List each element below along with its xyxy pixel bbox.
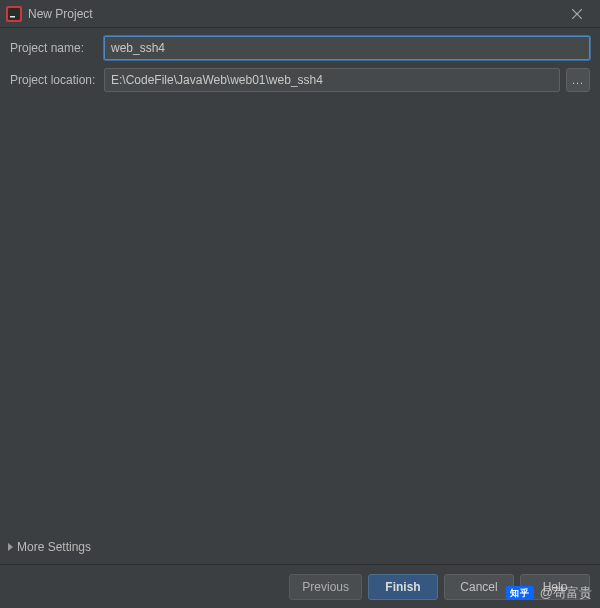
project-name-label: Project name: — [10, 41, 104, 55]
close-icon — [572, 9, 582, 19]
more-settings-label: More Settings — [17, 540, 91, 554]
finish-button[interactable]: Finish — [368, 574, 438, 600]
project-location-row: Project location: ... — [10, 68, 590, 92]
project-name-row: Project name: — [10, 36, 590, 60]
window-close-button[interactable] — [558, 0, 596, 28]
browse-location-button[interactable]: ... — [566, 68, 590, 92]
more-settings-toggle[interactable]: More Settings — [0, 534, 600, 564]
help-button[interactable]: Help — [520, 574, 590, 600]
cancel-button[interactable]: Cancel — [444, 574, 514, 600]
form-area: Project name: Project location: ... — [0, 28, 600, 100]
previous-button[interactable]: Previous — [289, 574, 362, 600]
project-location-label: Project location: — [10, 73, 104, 87]
project-location-input[interactable] — [104, 68, 560, 92]
titlebar: New Project — [0, 0, 600, 28]
project-name-input[interactable] — [104, 36, 590, 60]
app-icon — [6, 6, 22, 22]
content-spacer — [0, 100, 600, 534]
ellipsis-icon: ... — [572, 74, 584, 86]
svg-rect-1 — [8, 8, 20, 20]
button-bar: Previous Finish Cancel Help 知乎 @苟富贵 — [0, 564, 600, 608]
window-title: New Project — [28, 7, 93, 21]
svg-rect-2 — [10, 16, 15, 18]
chevron-right-icon — [8, 543, 13, 551]
